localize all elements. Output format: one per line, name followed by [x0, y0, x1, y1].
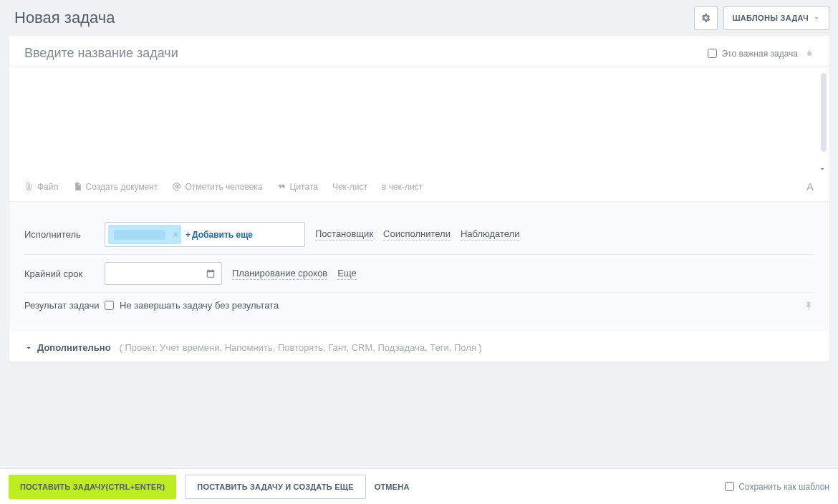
- create-doc-action[interactable]: Создать документ: [73, 182, 158, 192]
- scrollbar[interactable]: [821, 73, 827, 152]
- chevron-down-icon: [24, 344, 33, 352]
- result-checkbox[interactable]: Не завершать задачу без результата: [105, 300, 279, 311]
- creator-link[interactable]: Постановщик: [315, 228, 373, 241]
- executor-chip[interactable]: ×: [108, 225, 181, 244]
- mention-action[interactable]: Отметить человека: [172, 182, 262, 192]
- calendar-icon: [206, 268, 216, 278]
- result-row: Результат задачи Не завершать задачу без…: [24, 293, 814, 318]
- save-template-label: Сохранить как шаблон: [738, 482, 829, 492]
- attachment-icon: [24, 182, 34, 191]
- create-doc-label: Создать документ: [86, 182, 158, 192]
- editor-toolbar: Файл Создать документ Отметить человека …: [9, 175, 829, 201]
- important-label: Это важная задача: [721, 49, 798, 59]
- quote-label: Цитата: [290, 182, 318, 192]
- add-executor-link[interactable]: +Добавить еще: [186, 230, 253, 240]
- important-checkbox[interactable]: Это важная задача: [708, 49, 814, 59]
- text-format-toggle[interactable]: A: [806, 180, 814, 193]
- additional-hint: ( Проект, Учет времени, Напомнить, Повто…: [120, 342, 482, 353]
- file-label: Файл: [37, 182, 59, 192]
- page-title: Новая задача: [14, 9, 688, 27]
- additional-section[interactable]: Дополнительно ( Проект, Учет времени, На…: [9, 331, 829, 362]
- deadline-label: Крайний срок: [24, 268, 105, 279]
- additional-label: Дополнительно: [37, 342, 111, 353]
- executor-row: Исполнитель × +Добавить еще Постановщик …: [24, 215, 814, 255]
- to-checklist-action[interactable]: в чек-лист: [382, 182, 423, 192]
- checklist-action[interactable]: Чек-лист: [332, 182, 367, 192]
- settings-button[interactable]: [694, 6, 718, 30]
- add-more-label: Добавить еще: [192, 230, 253, 240]
- submit-and-new-button[interactable]: ПОСТАВИТЬ ЗАДАЧУ И СОЗДАТЬ ЕЩЕ: [185, 475, 365, 499]
- page-header: Новая задача ШАБЛОНЫ ЗАДАЧ: [0, 0, 838, 36]
- cancel-button[interactable]: ОТМЕНА: [375, 483, 410, 491]
- quote-icon: [277, 182, 286, 191]
- role-links: Постановщик Соисполнители Наблюдатели: [315, 228, 519, 241]
- result-checkbox-input[interactable]: [105, 301, 114, 310]
- chevron-down-icon: [813, 14, 820, 21]
- title-row: Это важная задача: [9, 36, 829, 67]
- deadline-links: Планирование сроков Еще: [232, 268, 357, 280]
- save-template-checkbox-input[interactable]: [725, 482, 734, 491]
- result-label: Результат задачи: [24, 300, 105, 311]
- chevron-down-icon[interactable]: [818, 165, 827, 173]
- fire-icon: [804, 49, 814, 59]
- more-link[interactable]: Еще: [337, 268, 356, 280]
- checklist-label: Чек-лист: [332, 182, 367, 192]
- important-checkbox-input[interactable]: [708, 49, 717, 58]
- result-checkbox-label: Не завершать задачу без результата: [120, 300, 279, 311]
- file-action[interactable]: Файл: [24, 182, 59, 192]
- executor-input[interactable]: × +Добавить еще: [105, 222, 305, 247]
- observers-link[interactable]: Наблюдатели: [461, 228, 520, 241]
- quote-action[interactable]: Цитата: [277, 182, 318, 192]
- save-template-checkbox[interactable]: Сохранить как шаблон: [725, 482, 829, 492]
- fields-section: Исполнитель × +Добавить еще Постановщик …: [9, 201, 829, 331]
- description-area[interactable]: [9, 67, 829, 175]
- templates-button[interactable]: ШАБЛОНЫ ЗАДАЧ: [723, 6, 830, 30]
- planning-link[interactable]: Планирование сроков: [232, 268, 327, 280]
- deadline-input[interactable]: [105, 262, 222, 285]
- at-icon: [172, 182, 181, 191]
- gear-icon: [700, 12, 711, 24]
- task-card: Это важная задача Файл Создать документ …: [9, 36, 829, 362]
- mention-label: Отметить человека: [185, 182, 262, 192]
- participants-link[interactable]: Соисполнители: [383, 228, 451, 241]
- footer: ПОСТАВИТЬ ЗАДАЧУ(CTRL+ENTER) ПОСТАВИТЬ З…: [0, 468, 838, 504]
- submit-button[interactable]: ПОСТАВИТЬ ЗАДАЧУ(CTRL+ENTER): [9, 475, 176, 499]
- close-icon[interactable]: ×: [173, 229, 178, 240]
- pin-icon[interactable]: [804, 301, 814, 311]
- templates-button-label: ШАБЛОНЫ ЗАДАЧ: [733, 14, 809, 22]
- executor-label: Исполнитель: [24, 229, 105, 240]
- task-title-input[interactable]: [24, 46, 708, 61]
- to-checklist-label: в чек-лист: [382, 182, 423, 192]
- executor-chip-name: [114, 230, 165, 240]
- deadline-row: Крайний срок Планирование сроков Еще: [24, 255, 814, 293]
- document-icon: [73, 182, 82, 191]
